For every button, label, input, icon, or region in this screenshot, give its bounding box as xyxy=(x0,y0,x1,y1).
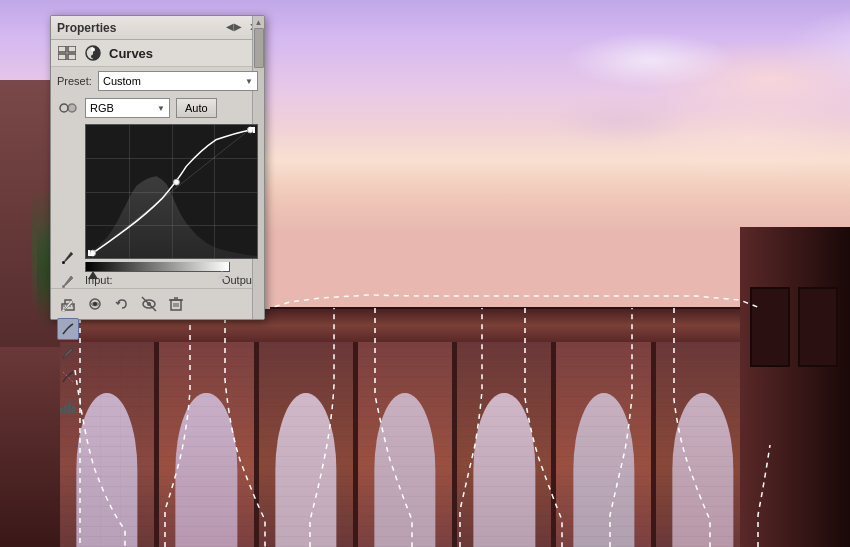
delete-button[interactable] xyxy=(165,293,187,315)
reset-button[interactable] xyxy=(111,293,133,315)
auto-button[interactable]: Auto xyxy=(176,98,217,118)
collapse-arrows[interactable]: ◀▶ xyxy=(226,21,242,34)
black-eyedropper-tool[interactable] xyxy=(57,246,79,268)
preset-label: Preset: xyxy=(57,75,92,87)
svg-rect-17 xyxy=(68,402,71,413)
curves-graph[interactable] xyxy=(85,124,258,259)
properties-panel: Properties ◀▶ ✕ Curves xyxy=(50,15,265,320)
panel-header: Curves ▲ xyxy=(51,40,264,67)
black-point-slider[interactable] xyxy=(88,271,98,279)
svg-rect-2 xyxy=(58,46,66,52)
adjustment-curve xyxy=(86,125,257,258)
panel-titlebar: Properties ◀▶ ✕ xyxy=(51,16,264,40)
corner-marker-tr xyxy=(249,127,255,133)
panel-title: Properties xyxy=(57,21,116,35)
svg-point-12 xyxy=(62,285,65,288)
smooth-curve-tool[interactable] xyxy=(57,318,79,340)
histogram-tool[interactable] xyxy=(57,396,79,418)
channel-adjust-icon[interactable] xyxy=(57,98,79,118)
svg-rect-3 xyxy=(68,46,76,52)
scroll-up-arrow[interactable]: ▲ xyxy=(255,18,263,27)
svg-rect-18 xyxy=(72,406,75,413)
curves-icon[interactable] xyxy=(83,45,103,61)
grid-icon[interactable] xyxy=(57,45,77,61)
svg-line-28 xyxy=(142,297,156,311)
right-structure xyxy=(740,227,850,547)
view-mode-button[interactable] xyxy=(84,293,106,315)
svg-point-13 xyxy=(62,309,65,312)
view-previous-button[interactable] xyxy=(138,293,160,315)
gradient-bar xyxy=(85,262,230,272)
svg-point-21 xyxy=(173,179,179,185)
channel-dropdown-arrow: ▼ xyxy=(157,104,165,113)
svg-point-10 xyxy=(68,104,76,112)
left-toolbar xyxy=(57,246,79,418)
pencil-tool[interactable] xyxy=(57,342,79,364)
curves-title: Curves xyxy=(109,46,153,61)
corner-marker-bl xyxy=(88,250,94,256)
gray-eyedropper-tool[interactable] xyxy=(57,270,79,292)
panel-bottom-toolbar xyxy=(51,288,264,319)
svg-point-25 xyxy=(93,302,97,306)
svg-point-11 xyxy=(62,261,65,264)
svg-rect-4 xyxy=(58,54,66,60)
channel-row: RGB ▼ Auto xyxy=(51,95,264,121)
preset-dropdown[interactable]: Custom ▼ xyxy=(98,71,258,91)
preset-row: Preset: Custom ▼ xyxy=(51,67,264,95)
channel-value: RGB xyxy=(90,102,157,114)
white-eyedropper-tool[interactable] xyxy=(57,294,79,316)
preset-dropdown-arrow: ▼ xyxy=(245,77,253,86)
svg-point-8 xyxy=(91,55,95,59)
io-row: Input: Output: xyxy=(51,272,264,288)
scrollbar-thumb[interactable] xyxy=(254,28,264,68)
curves-adjust-tool[interactable] xyxy=(57,366,79,388)
svg-rect-15 xyxy=(60,408,63,413)
curves-section xyxy=(51,124,264,272)
bridge-structure xyxy=(60,307,750,547)
svg-point-7 xyxy=(91,48,95,52)
svg-point-9 xyxy=(60,104,68,112)
svg-rect-16 xyxy=(64,405,67,413)
svg-rect-5 xyxy=(68,54,76,60)
white-point-slider[interactable] xyxy=(217,271,227,279)
channel-dropdown[interactable]: RGB ▼ xyxy=(85,98,170,118)
preset-value: Custom xyxy=(103,75,245,87)
